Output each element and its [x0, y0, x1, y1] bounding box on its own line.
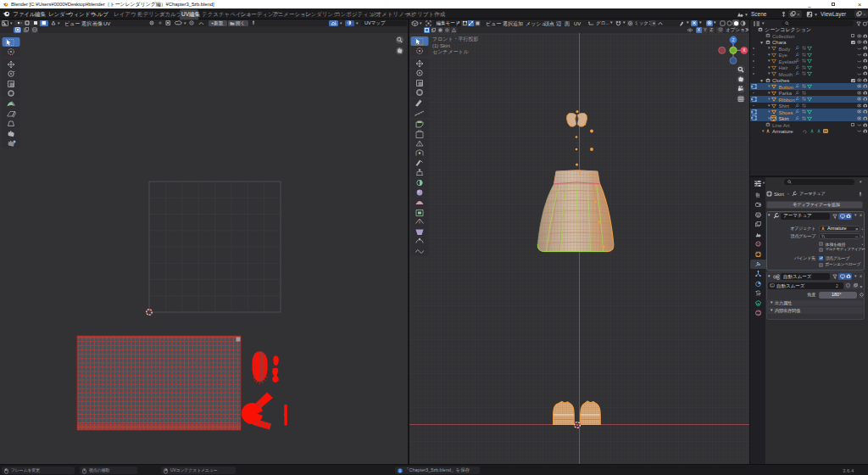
svg-text:Z: Z: [732, 37, 734, 42]
